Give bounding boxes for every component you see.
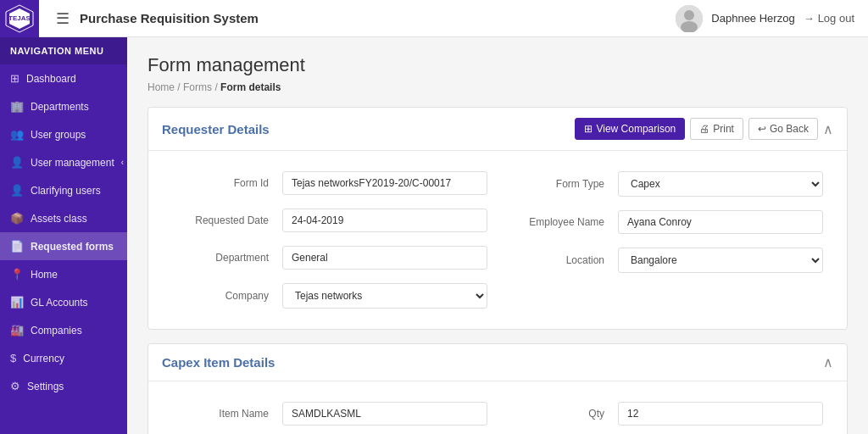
employee-name-input[interactable]: [618, 210, 823, 234]
qty-input[interactable]: [618, 402, 823, 426]
avatar: [676, 5, 703, 32]
requester-card-header: Requester Details ⊞ View Comparison 🖨 Pr…: [148, 108, 847, 151]
topbar-right: Daphnee Herzog → Log out: [676, 5, 854, 32]
requester-card-actions: ⊞ View Comparison 🖨 Print ↩ Go Back ∧: [575, 118, 833, 140]
user-name: Daphnee Herzog: [711, 12, 794, 25]
sidebar-item-locations[interactable]: 📍 Home: [0, 260, 127, 288]
form-type-value: Capex: [618, 171, 823, 197]
sidebar-item-label: Clarifying users: [31, 185, 101, 197]
form-id-value: [282, 171, 487, 195]
view-comparison-button[interactable]: ⊞ View Comparison: [575, 118, 685, 140]
breadcrumb-current: Form details: [220, 81, 281, 93]
capex-left-col: Item Name Currency * INR: [162, 395, 498, 434]
form-id-input[interactable]: [282, 171, 487, 195]
form-id-row: Form Id: [162, 164, 498, 202]
sidebar-item-label: Settings: [27, 381, 64, 392]
hamburger-icon[interactable]: ☰: [56, 9, 70, 28]
department-label: Department: [172, 252, 282, 264]
company-label: Company: [172, 290, 282, 302]
location-value: Bangalore: [618, 248, 823, 273]
employee-name-label: Employee Name: [508, 216, 618, 228]
logout-icon: →: [804, 12, 815, 25]
form-id-label: Form Id: [172, 177, 282, 189]
print-button[interactable]: 🖨 Print: [690, 118, 743, 140]
item-name-value: [282, 402, 487, 426]
layout: NAVIGATION MENU ⊞ Dashboard 🏢 Department…: [0, 37, 868, 434]
capex-collapse-button[interactable]: ∧: [823, 354, 833, 370]
sidebar-item-companies[interactable]: 🏭 Companies: [0, 316, 127, 344]
form-type-select[interactable]: Capex: [618, 171, 823, 197]
item-name-input[interactable]: [282, 402, 487, 426]
form-type-row: Form Type Capex: [498, 164, 833, 203]
print-icon: 🖨: [699, 123, 709, 135]
requested-date-input[interactable]: [282, 209, 487, 232]
view-comparison-icon: ⊞: [584, 123, 593, 135]
requested-date-row: Requested Date: [162, 202, 498, 239]
sidebar-item-label: User management: [31, 157, 114, 169]
sidebar: NAVIGATION MENU ⊞ Dashboard 🏢 Department…: [0, 37, 127, 434]
assets-class-icon: 📦: [10, 212, 24, 225]
requester-collapse-button[interactable]: ∧: [823, 118, 833, 140]
sidebar-item-assets-class[interactable]: 📦 Assets class: [0, 204, 127, 232]
sidebar-item-label: Companies: [31, 325, 82, 337]
sidebar-item-label: Currency: [23, 353, 64, 364]
main-content: Form management Home / Forms / Form deta…: [127, 37, 868, 434]
sidebar-item-user-groups[interactable]: 👥 User groups: [0, 120, 127, 148]
capex-card-header: Capex Item Details ∧: [148, 344, 847, 381]
currency-icon: $: [10, 352, 16, 364]
company-select[interactable]: Tejas networks: [282, 283, 487, 309]
item-name-label: Item Name: [172, 408, 282, 420]
capex-card-title: Capex Item Details: [162, 355, 275, 370]
sidebar-item-label: Dashboard: [26, 73, 76, 85]
department-input[interactable]: [282, 246, 487, 270]
user-groups-icon: 👥: [10, 128, 24, 141]
department-value: [282, 246, 487, 270]
sidebar-item-settings[interactable]: ⚙ Settings: [0, 372, 127, 400]
sidebar-item-dashboard[interactable]: ⊞ Dashboard: [0, 64, 127, 92]
sidebar-item-label: Departments: [31, 101, 89, 113]
sidebar-item-requested-forms[interactable]: 📄 Requested forms: [0, 232, 127, 260]
sidebar-item-label: GL Accounts: [31, 297, 88, 309]
go-back-icon: ↩: [758, 123, 766, 135]
sidebar-item-label: Home: [31, 269, 58, 281]
location-row: Location Bangalore: [498, 241, 833, 280]
requester-right-col: Form Type Capex Employee Name: [498, 164, 833, 315]
item-name-row: Item Name: [162, 395, 498, 432]
page-title: Form management: [147, 54, 848, 76]
logo: TEJAS: [0, 0, 39, 37]
department-row: Department: [162, 239, 498, 276]
svg-text:TEJAS: TEJAS: [8, 14, 31, 22]
departments-icon: 🏢: [10, 100, 24, 113]
location-label: Location: [508, 254, 618, 266]
sidebar-item-currency[interactable]: $ Currency: [0, 344, 127, 372]
topbar-left: TEJAS ☰ Purchase Requisition System: [14, 0, 259, 37]
sidebar-header: NAVIGATION MENU: [0, 37, 127, 64]
sidebar-item-label: Requested forms: [31, 241, 114, 253]
clarifying-users-icon: 👤: [10, 184, 24, 197]
requested-forms-icon: 📄: [10, 240, 24, 253]
sidebar-item-user-management[interactable]: 👤 User management ‹: [0, 148, 127, 176]
topbar: TEJAS ☰ Purchase Requisition System Daph…: [0, 0, 868, 37]
form-type-label: Form Type: [508, 178, 618, 190]
gl-accounts-icon: 📊: [10, 296, 24, 309]
requester-card-title: Requester Details: [162, 122, 270, 136]
sidebar-item-clarifying-users[interactable]: 👤 Clarifying users: [0, 176, 127, 204]
logout-button[interactable]: → Log out: [804, 12, 854, 25]
sidebar-item-departments[interactable]: 🏢 Departments: [0, 92, 127, 120]
location-select[interactable]: Bangalore: [618, 248, 823, 273]
company-row: Company Tejas networks: [162, 276, 498, 315]
requested-date-value: [282, 209, 487, 232]
go-back-button[interactable]: ↩ Go Back: [748, 118, 818, 140]
breadcrumb-home[interactable]: Home: [147, 81, 175, 93]
chevron-icon: ‹: [121, 158, 124, 167]
locations-icon: 📍: [10, 268, 24, 281]
sidebar-item-label: User groups: [31, 129, 86, 141]
qty-label: Qty: [508, 408, 618, 420]
sidebar-item-label: Assets class: [31, 213, 87, 225]
breadcrumb: Home / Forms / Form details: [147, 81, 848, 93]
sidebar-item-gl-accounts[interactable]: 📊 GL Accounts: [0, 288, 127, 316]
requester-left-col: Form Id Requested Date Department: [162, 164, 498, 315]
breadcrumb-forms[interactable]: Forms: [183, 81, 212, 93]
requester-form-grid: Form Id Requested Date Department: [148, 151, 847, 329]
employee-name-row: Employee Name: [498, 203, 833, 241]
